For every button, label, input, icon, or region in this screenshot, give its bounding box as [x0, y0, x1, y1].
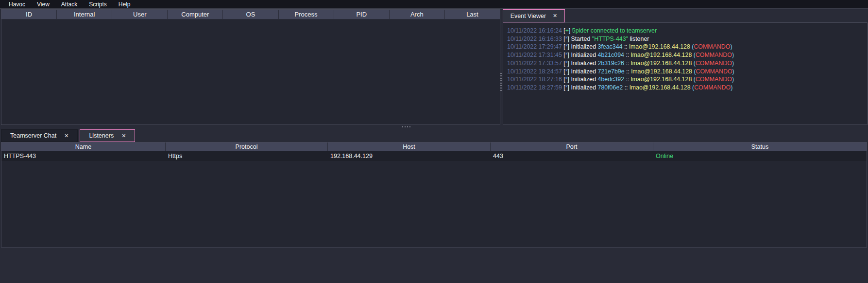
listeners-header: NameProtocolHostPortStatus [1, 142, 867, 151]
sessions-col-arch[interactable]: Arch [390, 10, 445, 19]
event-line: 10/11/2022 17:33:57 [*] Initialized 2b31… [507, 59, 865, 68]
listeners-col-port[interactable]: Port [491, 142, 653, 151]
menu-item-havoc[interactable]: Havoc [3, 1, 31, 8]
sessions-col-last[interactable]: Last [445, 10, 500, 19]
sessions-col-computer[interactable]: Computer [168, 10, 223, 19]
close-icon[interactable]: ✕ [553, 13, 557, 18]
cell-port: 443 [491, 151, 653, 161]
menu-item-attack[interactable]: Attack [55, 1, 83, 8]
event-log: 10/11/2022 16:16:24 [+] 5pider connected… [503, 23, 867, 92]
tab-listeners[interactable]: Listeners✕ [80, 129, 135, 142]
sessions-col-os[interactable]: OS [223, 10, 278, 19]
event-line: 10/11/2022 17:29:47 [*] Initialized 3fea… [507, 43, 865, 51]
cell-status: Online [653, 151, 867, 161]
event-line: 10/11/2022 18:27:59 [*] Initialized 780f… [507, 84, 865, 92]
tab-event-viewer[interactable]: Event Viewer ✕ [503, 9, 565, 22]
tab-teamserver-chat[interactable]: Teamserver Chat✕ [1, 129, 78, 142]
sessions-table: IDInternalUserComputerOSProcessPIDArchLa… [1, 9, 500, 125]
menu-item-view[interactable]: View [31, 1, 55, 8]
sessions-col-process[interactable]: Process [279, 10, 334, 19]
event-line: 10/11/2022 18:24:57 [*] Initialized 721e… [507, 68, 865, 76]
listeners-panel: NameProtocolHostPortStatus HTTPS-443Http… [1, 142, 867, 248]
tab-label: Event Viewer [511, 13, 546, 19]
cell-protocol: Https [166, 151, 328, 161]
vertical-splitter-handle[interactable] [500, 73, 502, 91]
event-line: 10/11/2022 16:16:24 [+] 5pider connected… [507, 27, 865, 35]
sessions-col-internal[interactable]: Internal [57, 10, 112, 19]
event-line: 10/11/2022 17:31:45 [*] Initialized 4b21… [507, 51, 865, 59]
sessions-col-id[interactable]: ID [1, 10, 57, 19]
tab-label: Teamserver Chat [10, 132, 56, 139]
listeners-col-name[interactable]: Name [1, 142, 166, 151]
close-icon[interactable]: ✕ [64, 133, 68, 139]
event-line: 10/11/2022 16:16:33 [*] Started "HTTPS-4… [507, 35, 865, 43]
cell-name: HTTPS-443 [1, 151, 166, 161]
event-line: 10/11/2022 18:27:16 [*] Initialized 4bed… [507, 75, 865, 84]
sessions-col-pid[interactable]: PID [334, 10, 390, 19]
event-viewer-panel: 10/11/2022 16:16:24 [+] 5pider connected… [503, 22, 868, 125]
menu-item-help[interactable]: Help [113, 1, 136, 8]
menu-item-scripts[interactable]: Scripts [83, 1, 113, 8]
listeners-rows: HTTPS-443Https192.168.44.129443Online [1, 151, 867, 161]
cell-host: 192.168.44.129 [328, 151, 491, 161]
bottom-tab-bar: Teamserver Chat✕Listeners✕ [1, 129, 135, 142]
listeners-col-protocol[interactable]: Protocol [166, 142, 328, 151]
havoc-window: HavocViewAttackScriptsHelp IDInternalUse… [0, 0, 868, 283]
horizontal-splitter-handle[interactable] [402, 126, 412, 127]
listener-row[interactable]: HTTPS-443Https192.168.44.129443Online [1, 151, 867, 161]
listeners-col-host[interactable]: Host [328, 142, 491, 151]
sessions-col-user[interactable]: User [112, 10, 168, 19]
sessions-header: IDInternalUserComputerOSProcessPIDArchLa… [1, 10, 500, 19]
tab-label: Listeners [89, 132, 114, 139]
close-icon[interactable]: ✕ [121, 133, 126, 139]
menu-bar: HavocViewAttackScriptsHelp [0, 0, 868, 9]
listeners-col-status[interactable]: Status [653, 142, 867, 151]
sessions-table-body [1, 19, 500, 124]
